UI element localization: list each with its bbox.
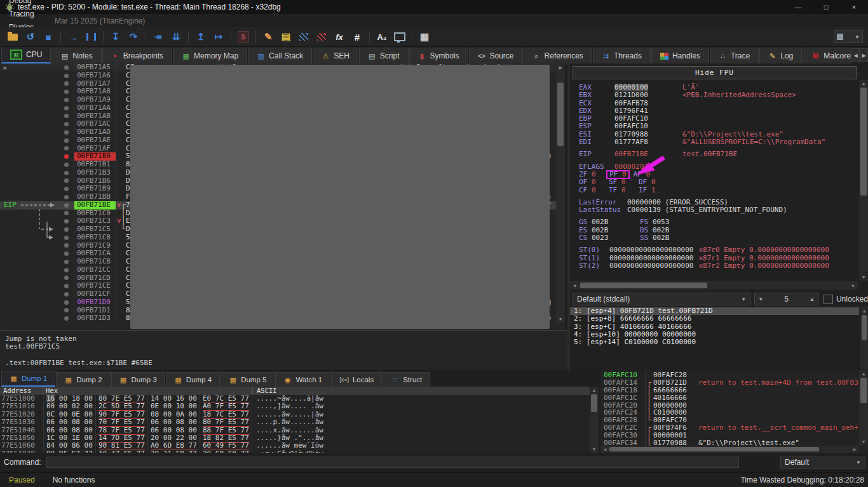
register-value[interactable]: 00FAFC10 [614,123,682,130]
tab-dump-2[interactable]: ▦Dump 2 [56,372,110,387]
tab-malcore[interactable]: MMalcore [803,48,851,63]
run-to-user-code-icon[interactable]: ↦ [210,29,227,44]
tab-call-stack[interactable]: ▥Call Stack [248,48,312,63]
breakpoint-gutter[interactable] [59,185,74,193]
menu-debug[interactable]: Debug [3,0,51,8]
tab-watch-1[interactable]: ◉Watch 1 [275,372,330,387]
breakpoint-gutter[interactable] [59,63,74,72]
function-icon[interactable]: fx [331,29,348,44]
command-profile-select[interactable]: Default ▼ [780,457,865,469]
flag-if[interactable]: IF 1 [639,187,668,194]
breakpoint-gutter[interactable] [59,88,74,96]
stack-row[interactable]: 00FAFC1000FAFC28 [600,371,859,379]
execute-till-return-icon[interactable]: ↥ [193,29,209,44]
tab-script[interactable]: ▤Script [359,48,409,63]
breakpoint-gutter[interactable] [59,234,74,242]
disasm-vertical-scrollbar[interactable]: ▲ ▼ [556,63,565,323]
flag-cf[interactable]: CF 0 [579,187,609,194]
minimize-button[interactable]: — [784,0,812,14]
breakpoint-gutter[interactable] [59,274,74,283]
breakpoint-gutter[interactable] [59,298,74,307]
stack-row[interactable]: 00FAFC18│66666666 [600,387,859,394]
tab-threads[interactable]: ⇉Threads [593,48,651,63]
step-out-icon[interactable]: ⇊ [168,29,184,44]
maximize-button[interactable]: □ [812,0,840,14]
breakpoint-gutter[interactable] [59,96,74,104]
arguments-scrollbar[interactable]: ▲ [860,307,868,369]
breakpoint-gutter[interactable] [59,145,74,153]
breakpoint-gutter[interactable] [59,290,74,298]
stack-row[interactable]: 00FAFC30│00000001 [600,432,859,439]
run-to-cursor-icon[interactable]: ↠ [150,29,166,44]
dump-selected-byte[interactable]: 16 [46,394,55,403]
dump-row[interactable]: 77E5107090 BF E7 77A0 47 E5 7730 21 E8 7… [0,450,590,453]
tab-seh[interactable]: ⚠SEH [313,48,358,63]
dump-row[interactable]: 77E5106084 00 86 0090 81 E5 77A0 6D E8 7… [0,442,590,450]
tab-locals[interactable]: [x=]Locals [331,372,382,387]
breakpoint-gutter[interactable] [59,120,74,128]
breakpoint-gutter[interactable] [59,177,74,185]
command-input[interactable] [46,457,739,468]
breakpoint-gutter[interactable] [59,242,74,250]
stack-vertical-scrollbar[interactable]: ▲ ▼ [859,370,868,446]
step-into-icon[interactable]: ↧ [107,29,124,44]
breakpoint-gutter[interactable] [59,104,74,112]
tab-dump-1[interactable]: ▦Dump 1 [1,371,55,387]
tab-dump-4[interactable]: ▦Dump 4 [166,372,220,387]
argument-row[interactable]: 2: [esp+8] 66666666 66666666 [570,315,859,323]
register-value[interactable]: 0121D000 [614,91,682,99]
stack-row[interactable]: 00FAFC20│00000000 [600,402,859,410]
attach-icon[interactable] [391,29,408,44]
patch-icon[interactable]: ✎ [260,29,276,44]
argument-row[interactable]: 5: [esp+14] C0100000 C0100000 [570,338,859,346]
arg-count-spinner[interactable]: ▼ 5 ▲ [754,293,818,305]
skip-next-icon[interactable]: S [235,29,252,44]
menu-tracing[interactable]: Tracing [3,8,51,21]
assembler-icon[interactable]: A₂ [374,29,390,44]
calculator-icon[interactable]: ▦ [416,29,433,44]
label-icon[interactable] [295,29,312,44]
calling-convention-select[interactable]: Default (stdcall) ▼ [573,293,750,305]
breakpoint-gutter[interactable] [59,80,74,88]
flag-tf[interactable]: TF 0 [609,187,639,194]
stack-row[interactable]: 00FAFC1C│40166666 [600,394,859,402]
unlocked-checkbox[interactable]: Unlocked [824,295,868,304]
register-value[interactable]: 00FB71BE [614,150,682,158]
tab-references[interactable]: ⌕References [524,48,592,63]
tab-scroll-right-button[interactable]: ▶ [860,48,868,62]
registers-vertical-scrollbar[interactable]: ▲ ▼ [859,80,868,281]
step-over-icon[interactable]: ↷ [125,29,142,44]
breakpoint-gutter[interactable] [59,217,74,225]
dump-vertical-scrollbar[interactable]: ▲ ▼ [590,387,599,453]
tab-dump-3[interactable]: ▦Dump 3 [111,372,165,387]
restart-icon[interactable]: ↺ [22,29,39,44]
tab-handles[interactable]: Handles [651,48,709,63]
tab-symbols[interactable]: ▮Symbols [409,48,468,63]
stack-row[interactable]: 00FAFC28└00FAFC70 [600,417,859,424]
stop-icon[interactable]: ■ [40,29,57,44]
breakpoint-gutter[interactable] [59,282,74,290]
breakpoint-gutter[interactable] [59,169,74,177]
hash-icon[interactable]: # [349,29,365,44]
stack-row[interactable]: 00FAFC14┌00FB721Dreturn to test.main+4D … [600,379,859,387]
breakpoint-gutter[interactable] [59,307,74,315]
hide-fpu-button[interactable]: Hide FPU [573,66,857,79]
breakpoint-gutter[interactable] [59,225,74,234]
breakpoint-gutter[interactable] [59,258,74,266]
breakpoint-gutter[interactable] [59,266,74,274]
pause-icon[interactable] [83,29,99,44]
stack-row[interactable]: 00FAFC24│C0100000 [600,409,859,417]
tab-breakpoints[interactable]: ●Breakpoints [102,48,172,63]
tab-cpu[interactable]: 32CPU [1,47,51,63]
tab-struct[interactable]: ∵Struct [383,372,430,387]
close-button[interactable]: × [840,0,868,14]
stack-horizontal-scrollbar[interactable]: ◀ ▶ [600,446,859,453]
tab-source[interactable]: <>Source [469,48,523,63]
breakpoint-gutter[interactable] [59,112,74,121]
tab-notes[interactable]: ▤Notes [51,48,101,63]
breakpoint-gutter[interactable] [59,128,74,137]
tab-log[interactable]: ✎Log [759,48,802,63]
tab-scroll-left-button[interactable]: ◀ [851,48,860,62]
breakpoint-gutter[interactable] [59,137,74,145]
breakpoint-gutter[interactable] [59,72,74,80]
